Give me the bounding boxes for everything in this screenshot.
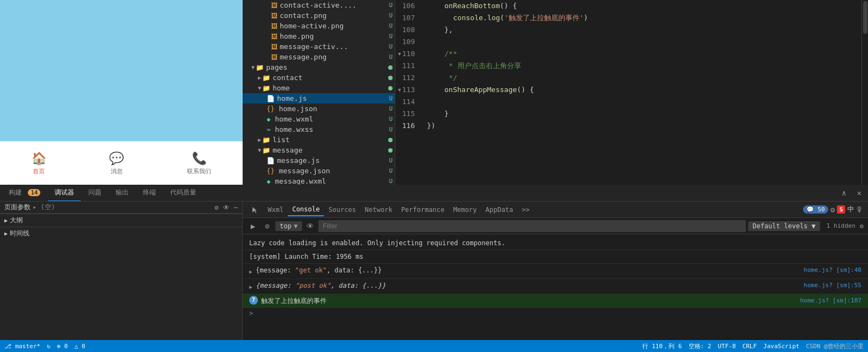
tab-problems[interactable]: 问题 [82,185,108,202]
code-line-115: } [427,108,861,120]
arrow-icon: ▶ [4,230,8,236]
memory-tab-label: Memory [453,206,477,214]
code-line-109 [427,36,861,48]
memory-tab[interactable]: Memory [449,204,481,216]
devtools-controls: 💬 50 ⚙ S 中 🎙 [803,205,864,214]
levels-selector[interactable]: Default levels ▼ [748,221,820,231]
close-panel-button[interactable]: ✕ [853,186,866,199]
chinese-toggle[interactable]: 中 [847,205,854,214]
tree-item-pages[interactable]: ▼ 📁 pages [243,62,395,72]
tree-item-home-wxml[interactable]: ◆ home.wxml U [243,114,395,124]
tree-item-message-folder[interactable]: ▼ 📁 message [243,145,395,155]
folder-label: pages [266,63,287,71]
tree-item-home-active[interactable]: 🖼 home-active.png U [243,21,395,31]
code-line-111: * 用户点击右上角分享 [427,60,861,72]
sources-tab-label: Sources [328,206,356,214]
encoding: UTF-8 [718,343,736,350]
cursor-tool-button[interactable] [247,204,263,216]
wxml-file-icon: ◆ [267,178,270,185]
language[interactable]: JavaScript [763,343,799,350]
branch-icon: ⎇ [4,343,11,350]
performance-tab[interactable]: Performance [397,204,449,216]
line-109: 109 [395,36,418,48]
code-line-108: }, [427,24,861,36]
appdata-tab-label: AppData [485,206,513,214]
js-file-icon: 📄 [267,157,275,165]
voice-button[interactable]: 🎙 [856,205,864,214]
tree-item-message-json[interactable]: {} message.json U [243,166,395,176]
sync-icon[interactable]: ↻ [47,343,51,350]
scroll-thumb[interactable] [863,1,867,34]
source-link[interactable]: home.js? [sm]:107 [800,296,861,306]
tree-item-message-png[interactable]: 🖼 message.png U [243,52,395,62]
tree-item-message-wxml[interactable]: ◆ message.wxml U [243,176,395,185]
bottom-left-panel: 页面参数 ▸ (空) ⚙ 👁 ⋯ ▶ 大纲 ▶ 时间线 [0,202,243,340]
stop-button[interactable]: ⊘ [261,220,273,232]
network-tab[interactable]: Network [360,204,397,216]
nav-item-contact[interactable]: 📞 联系我们 [187,151,211,175]
tree-item-contact-active[interactable]: 🖼 contact-active.... U [243,0,395,10]
code-scrollbar[interactable] [861,0,868,185]
code-line-112: */ [427,72,861,84]
line-numbers: 106 107 108 109 ▼110 111 112 ▼113 114 11… [395,0,423,185]
line-108: 108 [395,24,418,36]
page-params-icons: ⚙ 👁 ⋯ [215,204,238,211]
tab-build[interactable]: 构建 14 [2,185,47,202]
tree-item-message-active[interactable]: 🖼 message-activ... U [243,41,395,52]
source-link[interactable]: home.js? [sm]:55 [804,281,861,290]
eye-icon[interactable]: 👁 [223,204,230,211]
tree-item-message-js[interactable]: 📄 message.js U [243,155,395,166]
js-file-icon: 📄 [267,95,275,102]
tab-code-quality[interactable]: 代码质量 [164,185,203,202]
spaces-info: 空格: 2 [689,342,712,350]
tree-item-home-wxss[interactable]: ≈ home.wxss U [243,124,395,135]
page-params-label: 页面参数 [4,203,31,212]
console-repl-input[interactable] [256,309,861,317]
source-link[interactable]: home.js? [sm]:40 [804,265,861,275]
settings-icon[interactable]: ⚙ [215,204,219,211]
console-tab[interactable]: Console [288,203,324,216]
tree-item-contact[interactable]: ▶ 📁 contact [243,72,395,83]
tree-item-contact-png[interactable]: 🖼 contact.png U [243,10,395,21]
nav-item-home[interactable]: 🏠 首页 [32,151,46,175]
filter-input[interactable] [318,220,746,232]
folder-label: list [273,136,290,144]
tree-item-home-json[interactable]: {} home.json U [243,104,395,114]
message-nav-icon: 💬 [109,151,124,165]
wxml-tab[interactable]: Wxml [263,204,288,216]
tab-debugger[interactable]: 调试器 [48,185,81,202]
code-line-107: console.log('触发了上拉触底的事件') [427,12,861,24]
appdata-tab[interactable]: AppData [481,204,517,216]
play-button[interactable]: ▶ [247,220,259,232]
folder-label: contact [273,74,303,82]
tab-terminal[interactable]: 终端 [136,185,162,202]
nav-item-contact-label: 联系我们 [187,167,211,175]
csdn-watermark: CSDN @曾经的三小里 [806,342,864,350]
tree-item-home-js[interactable]: 📄 home.js U [243,93,395,104]
folder-icon: 📁 [262,84,270,92]
tree-item-home-folder[interactable]: ▼ 📁 home [243,83,395,93]
phone-bottom-nav: 🏠 首页 💬 消息 📞 联系我们 [0,141,243,185]
timeline-section[interactable]: ▶ 时间线 [0,227,242,240]
outline-section[interactable]: ▶ 大纲 [0,214,242,227]
tree-item-home-png[interactable]: 🖼 home.png U [243,31,395,41]
more-tabs-button[interactable]: >> [517,204,534,216]
line-ending: CRLF [743,343,757,350]
console-post-ok[interactable]: ▶ {message: "post ok", data: {...}} home… [243,279,868,294]
minimize-panel-button[interactable]: ∧ [837,186,851,199]
more-icon[interactable]: ⋯ [234,204,238,211]
tree-item-list[interactable]: ▶ 📁 list [243,135,395,145]
sources-tab[interactable]: Sources [324,204,360,216]
hidden-settings-button[interactable]: ⚙ [860,222,864,230]
devtools-settings-button[interactable]: ⚙ [830,205,835,214]
main-container: 🏠 首页 💬 消息 📞 联系我们 🖼 contact-active.... U [0,0,868,352]
file-tree: 🖼 contact-active.... U 🖼 contact.png U 🖼… [243,0,395,185]
code-content[interactable]: onReachBottom() { console.log('触发了上拉触底的事… [423,0,861,185]
tab-output[interactable]: 输出 [109,185,135,202]
expand-arrow-icon: ▶ [258,75,261,81]
context-selector[interactable]: top ▼ [275,221,302,231]
event-count-badge: 7 [249,296,258,305]
console-get-ok[interactable]: ▶ {message: "get ok", data: {...}} home.… [243,264,868,279]
nav-item-message[interactable]: 💬 消息 [109,151,124,175]
eye-toggle-button[interactable]: 👁 [304,220,316,232]
